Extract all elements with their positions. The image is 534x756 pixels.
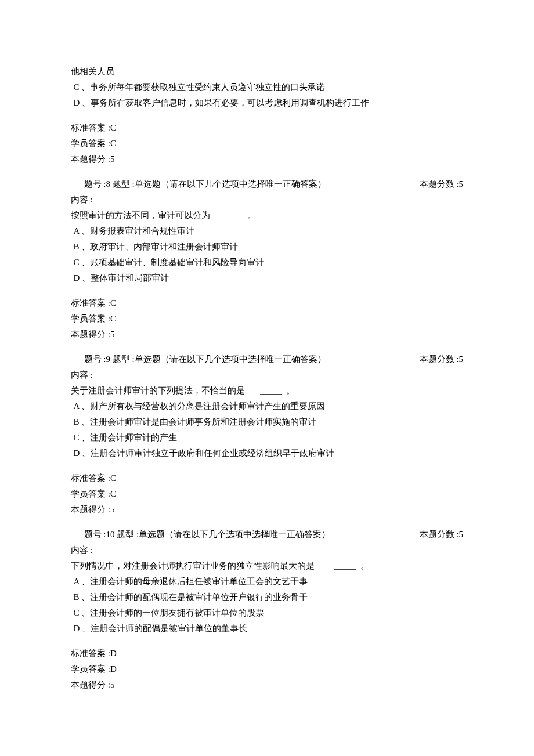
q9-option-b: B 、注册会计师审计是由会计师事务所和注册会计师实施的审计 bbox=[71, 414, 463, 430]
q10-option-d: D 、注册会计师的配偶是被审计单位的董事长 bbox=[71, 621, 463, 636]
q8-student-answer: 学员答案 :C bbox=[71, 311, 463, 327]
q9-option-d: D 、注册会计师审计独立于政府和任何企业或经济组织早于政府审计 bbox=[71, 446, 463, 461]
q8-score-earned: 本题得分 :5 bbox=[71, 327, 463, 342]
q10-option-b: B 、注册会计师的配偶现在是被审计单位开户银行的业务骨干 bbox=[71, 589, 463, 605]
q8-standard-answer: 标准答案 :C bbox=[71, 295, 463, 311]
q9-option-a: A 、财产所有权与经营权的分离是注册会计师审计产生的重要原因 bbox=[71, 399, 463, 414]
q8-option-c: C 、账项基础审计、制度基础审计和风险导向审计 bbox=[71, 255, 463, 270]
q10-header-left: 题号 :10 题型 :单选题（请在以下几个选项中选择唯一正确答案） bbox=[71, 527, 330, 542]
q10-stem: 下列情况中，对注册会计师执行审计业务的独立性影响最大的是 _____。 bbox=[71, 558, 463, 574]
q7-student-answer: 学员答案 :C bbox=[71, 136, 463, 151]
q9-content-label: 内容 : bbox=[71, 367, 463, 383]
q9-student-answer: 学员答案 :C bbox=[71, 486, 463, 502]
q10-content-label: 内容 : bbox=[71, 542, 463, 558]
q8-header-right: 本题分数 :5 bbox=[420, 176, 463, 192]
q8-stem: 按照审计的方法不同，审计可以分为 _____。 bbox=[71, 208, 463, 223]
q10-student-answer: 学员答案 :D bbox=[71, 661, 463, 677]
q8-content-label: 内容 : bbox=[71, 192, 463, 208]
q7-standard-answer: 标准答案 :C bbox=[71, 120, 463, 136]
q7-partial-line: 他相关人员 bbox=[71, 64, 463, 79]
q7-score-earned: 本题得分 :5 bbox=[71, 151, 463, 167]
q8-option-d: D 、整体审计和局部审计 bbox=[71, 270, 463, 286]
q10-option-c: C 、注册会计师的一位朋友拥有被审计单位的股票 bbox=[71, 605, 463, 621]
q9-stem: 关于注册会计师审计的下列提法，不恰当的是 _____。 bbox=[71, 383, 463, 399]
q9-standard-answer: 标准答案 :C bbox=[71, 471, 463, 486]
q8-option-a: A 、财务报表审计和合规性审计 bbox=[71, 223, 463, 239]
q10-option-a: A 、注册会计师的母亲退休后担任被审计单位工会的文艺干事 bbox=[71, 574, 463, 589]
q10-standard-answer: 标准答案 :D bbox=[71, 646, 463, 661]
q10-header-right: 本题分数 :5 bbox=[420, 527, 463, 542]
q8-option-b: B 、政府审计、内部审计和注册会计师审计 bbox=[71, 239, 463, 255]
q9-option-c: C 、注册会计师审计的产生 bbox=[71, 430, 463, 446]
q8-header-left: 题号 :8 题型 :单选题（请在以下几个选项中选择唯一正确答案） bbox=[71, 176, 326, 192]
q9-header-left: 题号 :9 题型 :单选题（请在以下几个选项中选择唯一正确答案） bbox=[71, 352, 326, 367]
q9-score-earned: 本题得分 :5 bbox=[71, 502, 463, 518]
q7-option-c: C 、事务所每年都要获取独立性受约束人员遵守独立性的口头承诺 bbox=[71, 79, 463, 95]
q10-score-earned: 本题得分 :5 bbox=[71, 677, 463, 693]
q7-option-d: D 、事务所在获取客户信息时，如果有必要，可以考虑利用调查机构进行工作 bbox=[71, 95, 463, 111]
q9-header-right: 本题分数 :5 bbox=[420, 352, 463, 367]
